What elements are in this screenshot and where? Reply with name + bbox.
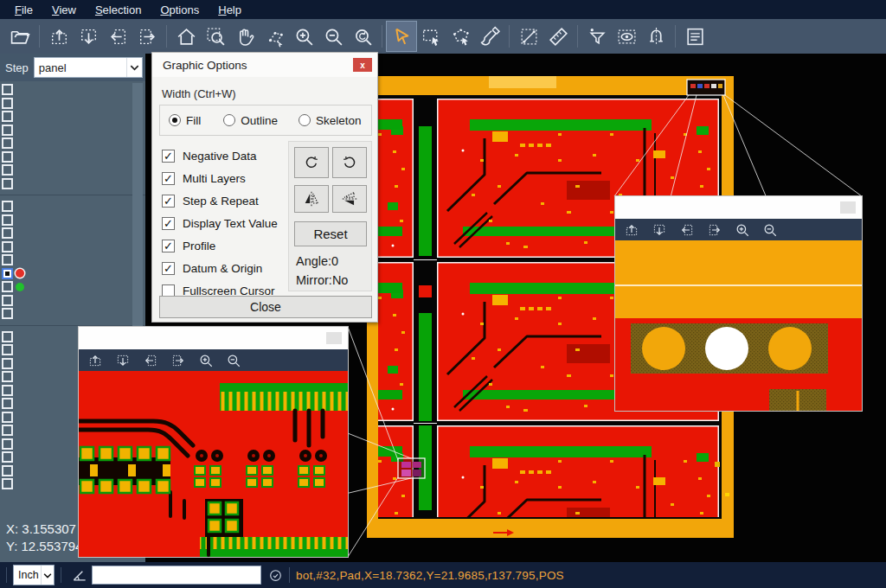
home-button[interactable] <box>171 22 201 51</box>
zoom-source-top-right[interactable] <box>687 80 725 95</box>
rect-select-button[interactable] <box>416 22 446 51</box>
radio-fill[interactable]: Fill <box>169 114 201 127</box>
angle-measure-icon[interactable] <box>71 566 88 584</box>
magnifier-view[interactable] <box>615 240 862 411</box>
pan-hand-button[interactable] <box>230 22 260 51</box>
pan-down-button[interactable] <box>114 352 131 368</box>
magnifier-title-bar[interactable] <box>615 196 862 219</box>
menu-item-options[interactable]: Options <box>151 2 209 18</box>
snap-button[interactable] <box>641 22 671 51</box>
rotate-cw-button[interactable] <box>294 147 329 178</box>
poly-select-button[interactable] <box>446 22 475 51</box>
report-button[interactable] <box>680 22 709 51</box>
layer-row-l2+1[interactable] <box>0 163 145 176</box>
layer-checkbox[interactable] <box>2 178 13 189</box>
layer-checkbox[interactable] <box>2 241 13 252</box>
open-folder-button[interactable] <box>5 22 35 51</box>
checkbox-row-negative-data[interactable]: ✓Negative Data <box>162 144 278 167</box>
radio-outline[interactable]: Outline <box>223 114 278 127</box>
layer-checkbox[interactable] <box>2 111 13 122</box>
radio-skeleton[interactable]: Skeleton <box>299 114 362 127</box>
move-selection-button[interactable] <box>260 22 289 51</box>
sync-icon[interactable] <box>268 568 283 583</box>
magnifier-window-top-right[interactable] <box>614 195 863 412</box>
layer-checkbox[interactable] <box>2 371 13 382</box>
layer-checkbox[interactable] <box>2 412 13 423</box>
zoom-in-button[interactable] <box>734 221 750 238</box>
dialog-title[interactable]: Graphic Options <box>152 53 377 77</box>
layer-checkbox[interactable] <box>2 425 13 436</box>
checkbox[interactable]: ✓ <box>162 150 175 163</box>
layer-checkbox[interactable] <box>2 344 13 355</box>
brush-button[interactable] <box>475 22 504 51</box>
layer-checkbox[interactable] <box>2 308 13 319</box>
layer-checkbox[interactable] <box>2 214 13 226</box>
menu-item-selection[interactable]: Selection <box>86 2 151 18</box>
layer-row-ssb[interactable] <box>0 294 145 307</box>
reset-button[interactable]: Reset <box>294 221 367 246</box>
dialog-close-button[interactable]: Close <box>159 296 372 318</box>
menu-item-file[interactable]: File <box>5 2 42 18</box>
layer-checkbox[interactable] <box>2 385 13 396</box>
layer-checkbox[interactable] <box>2 281 13 292</box>
checkbox[interactable]: ✓ <box>162 195 175 208</box>
layer-checkbox[interactable] <box>2 331 13 342</box>
checkbox-row-datum-origin[interactable]: ✓Datum & Origin <box>162 257 278 279</box>
magnifier-view[interactable] <box>79 371 348 557</box>
step-select[interactable]: panel <box>34 57 143 78</box>
checkbox-row-display-text-value[interactable]: ✓Display Text Value <box>162 212 278 234</box>
layer-checkbox[interactable] <box>2 164 13 176</box>
checkbox-row-multi-layers[interactable]: ✓Multi Layers <box>162 167 278 189</box>
rotate-ccw-button[interactable] <box>332 147 367 178</box>
select-arrow-button[interactable] <box>387 22 416 51</box>
command-input[interactable] <box>92 566 261 585</box>
checkbox-row-profile[interactable]: ✓Profile <box>162 234 278 257</box>
layer-checkbox[interactable] <box>2 295 13 306</box>
menu-item-help[interactable]: Help <box>209 2 251 18</box>
checkbox[interactable]: ✓ <box>162 172 175 185</box>
layer-checkbox[interactable] <box>2 98 13 109</box>
layer-row-sst[interactable] <box>0 200 145 213</box>
layer-checkbox[interactable] <box>2 358 13 369</box>
pan-down-button[interactable] <box>651 221 667 238</box>
layer-row-fx[interactable] <box>0 83 145 96</box>
pan-up-button[interactable] <box>44 22 74 51</box>
zoom-out-button[interactable] <box>761 221 778 238</box>
pan-left-button[interactable] <box>678 221 695 238</box>
zoom-in-button[interactable] <box>197 352 214 368</box>
layer-row-l3+1[interactable] <box>0 177 145 190</box>
layer-checkbox[interactable] <box>2 465 13 476</box>
checkbox[interactable]: ✓ <box>162 262 175 275</box>
zoom-source-bottom-left[interactable] <box>398 458 425 478</box>
layer-checkbox[interactable] <box>2 125 13 136</box>
layer-row-dir[interactable] <box>0 307 145 320</box>
pan-down-button[interactable] <box>74 22 103 51</box>
layer-row-l3[interactable] <box>0 253 145 266</box>
pan-right-button[interactable] <box>132 22 162 51</box>
filter-button[interactable] <box>582 22 612 51</box>
zoom-window-button[interactable] <box>201 22 230 51</box>
layer-row-top[interactable] <box>0 227 145 240</box>
layer-checkbox[interactable] <box>2 478 13 489</box>
layer-checkbox[interactable] <box>2 137 13 149</box>
pan-up-button[interactable] <box>87 352 103 368</box>
layer-checkbox[interactable] <box>2 201 13 212</box>
measure-diagonal-button[interactable] <box>514 22 543 51</box>
checkbox[interactable]: ✓ <box>162 217 175 230</box>
flip-vertical-button[interactable] <box>332 185 367 213</box>
close-icon[interactable]: x <box>353 58 372 72</box>
layer-row-bot[interactable] <box>0 267 145 280</box>
flip-horizontal-button[interactable] <box>294 185 329 213</box>
layer-checkbox[interactable] <box>2 84 13 95</box>
layer-row-smt[interactable] <box>0 214 145 227</box>
layer-checkbox[interactable] <box>2 227 13 239</box>
layer-row-bfsmb[interactable] <box>0 110 145 123</box>
unit-select[interactable]: Inch <box>13 565 55 585</box>
menu-item-view[interactable]: View <box>42 2 86 18</box>
layer-row-smb[interactable] <box>0 280 145 293</box>
pan-right-button[interactable] <box>170 352 186 368</box>
layer-checkbox[interactable] <box>2 451 13 463</box>
checkbox[interactable]: ✓ <box>162 240 175 252</box>
layer-checkbox[interactable] <box>2 254 13 265</box>
layer-checkbox[interactable] <box>2 268 13 279</box>
